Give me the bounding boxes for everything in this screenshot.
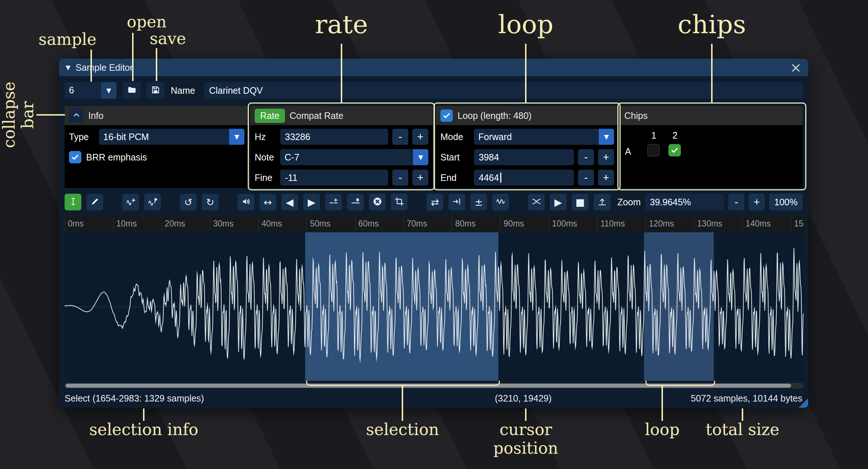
upload-to-chip-button[interactable] (594, 194, 610, 210)
chevron-up-icon (72, 110, 81, 121)
zoom-label: Zoom (617, 197, 641, 208)
reverse-button[interactable]: ⇄ (427, 194, 443, 210)
annotation-line (341, 44, 342, 102)
delete-button[interactable] (369, 194, 386, 210)
timeline-tick: 110ms (597, 216, 598, 231)
collapse-info-button[interactable] (69, 108, 84, 123)
crop-icon (394, 197, 404, 208)
arrow-to-bar-icon (452, 197, 462, 208)
close-icon[interactable]: × (790, 62, 802, 73)
annotation-open-label: open (117, 12, 176, 31)
filter-button[interactable] (492, 194, 509, 210)
insert-silence-button[interactable] (325, 194, 342, 210)
stop-icon: ■ (575, 197, 585, 207)
trim-button[interactable] (391, 194, 408, 210)
info-panel-header[interactable]: Info (65, 106, 249, 125)
draw-mode-button[interactable] (86, 194, 103, 210)
zoom-input[interactable]: 39.9645% (645, 194, 724, 210)
crossfade-button[interactable] (528, 194, 545, 210)
floppy-disk-icon (151, 85, 161, 96)
zoom-in-button[interactable]: + (749, 194, 765, 210)
timeline-ruler[interactable]: 0ms10ms20ms30ms40ms50ms60ms70ms80ms90ms1… (65, 216, 804, 231)
sample-type-value: 16-bit PCM (99, 129, 229, 145)
make-instrument-button[interactable] (122, 194, 139, 210)
plus-minus-icon: ± (475, 197, 483, 207)
window-collapse-icon[interactable]: ▼ (66, 64, 70, 71)
zoom-out-button[interactable]: - (728, 194, 744, 210)
annotation-save-label: save (139, 29, 197, 48)
annotation-selection-bracket (306, 381, 500, 386)
titlebar[interactable]: ▼ Sample Editor × (59, 59, 808, 76)
invert-button[interactable] (448, 194, 465, 210)
name-label: Name (171, 82, 195, 99)
undo-button[interactable]: ↺ (180, 194, 197, 210)
horizontal-arrows-icon: ↔ (264, 197, 272, 207)
annotation-line (525, 44, 526, 102)
annotation-line (143, 408, 144, 421)
crossfade-icon (532, 197, 541, 208)
stop-preview-button[interactable]: ■ (572, 194, 589, 210)
save-sample-button[interactable] (146, 82, 165, 99)
filter-wave-icon (496, 197, 506, 208)
annotation-loop-bottom-label: loop (635, 420, 690, 439)
sample-toolbar: ↺ ↻ ↔ ◀ ▶ ⇄ ± ▶ ■ Zoom 39.9645% - (65, 193, 803, 211)
annotation-total-size-label: total size (695, 420, 790, 439)
amplify-button[interactable] (238, 194, 254, 210)
type-label: Type (69, 132, 99, 142)
chevron-down-icon[interactable]: ▼ (101, 82, 116, 99)
undo-icon: ↺ (184, 197, 193, 207)
open-sample-button[interactable] (123, 82, 141, 99)
timeline-tick: 0ms (65, 216, 65, 231)
signedness-button[interactable]: ± (470, 194, 487, 210)
resize-button[interactable]: ↔ (259, 194, 276, 210)
make-wavetable-button[interactable] (144, 194, 161, 210)
select-mode-button[interactable] (65, 194, 81, 210)
zoom-controls: Zoom 39.9645% - + 100% (617, 194, 803, 210)
sample-number-combo[interactable]: 6 ▼ (65, 82, 116, 99)
triangle-left-icon: ◀ (286, 197, 294, 207)
annotation-chips-label: chips (668, 9, 756, 39)
annotation-line (661, 386, 663, 421)
selection-info-text: Select (1654-2983: 1329 samples) (65, 389, 204, 407)
annotation-rate-box (248, 102, 435, 190)
timeline-tick: 100ms (549, 216, 549, 231)
annotation-loop-box (433, 102, 621, 190)
sample-number-value: 6 (65, 82, 101, 99)
annotation-cursor-position-label: cursor position (467, 420, 584, 457)
sample-name-input[interactable]: Clarinet DQV (204, 82, 803, 99)
annotation-line (132, 33, 134, 81)
preview-button[interactable]: ▶ (550, 194, 567, 210)
annotation-line (156, 48, 157, 81)
wave-plus-icon (126, 197, 136, 208)
timeline-tick: 60ms (355, 216, 356, 231)
brr-emphasis-checkbox[interactable] (69, 151, 81, 163)
upload-icon (597, 197, 607, 208)
resize-grip[interactable] (799, 398, 808, 408)
redo-icon: ↻ (206, 197, 215, 207)
circle-x-icon (373, 197, 382, 208)
timeline-tick: 70ms (404, 216, 404, 231)
timeline-tick: 140ms (742, 216, 743, 231)
fade-out-button[interactable]: ▶ (303, 194, 320, 210)
annotation-line (711, 44, 713, 102)
pencil-icon (90, 197, 100, 208)
desktop-background: ▼ Sample Editor × 6 ▼ Name Clarinet DQV … (0, 0, 868, 469)
annotation-line (742, 408, 743, 421)
waveform-canvas[interactable] (65, 232, 804, 381)
ibeam-cursor-icon (68, 197, 78, 208)
annotation-selection-label: selection (357, 420, 448, 439)
annotation-selection-info-label: selection info (89, 420, 198, 439)
check-icon (71, 153, 80, 162)
info-panel-body: Type 16-bit PCM ▼ BRR emphasis (65, 125, 249, 188)
timeline-tick: 20ms (161, 216, 162, 231)
timeline-tick: 150ms (791, 216, 791, 231)
folder-icon (127, 85, 137, 96)
redo-button[interactable]: ↻ (202, 194, 219, 210)
apply-silence-button[interactable] (347, 194, 364, 210)
chevron-down-icon[interactable]: ▼ (229, 129, 244, 145)
annotation-rate-label: rate (298, 9, 385, 39)
fade-in-button[interactable]: ◀ (281, 194, 298, 210)
sample-type-combo[interactable]: 16-bit PCM ▼ (99, 129, 244, 145)
zoom-reset-button[interactable]: 100% (769, 194, 803, 210)
total-size-text: 5072 samples, 10144 bytes (691, 389, 802, 407)
